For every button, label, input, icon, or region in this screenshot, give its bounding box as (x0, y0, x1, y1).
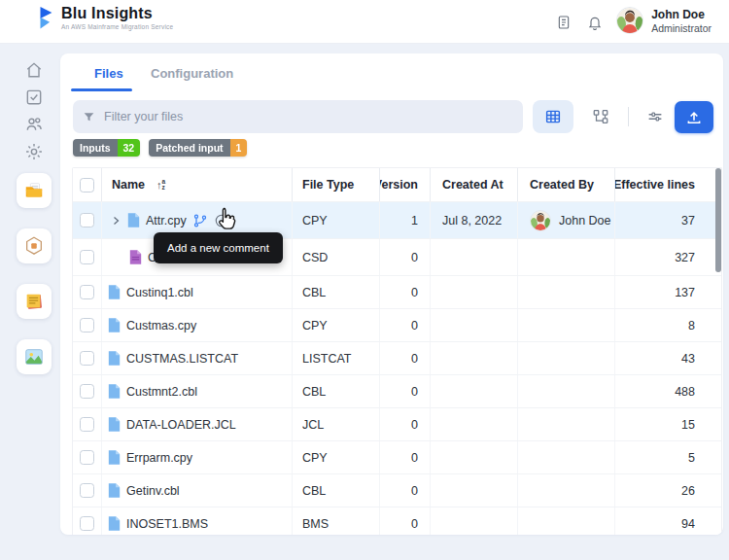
file-version: 1 (380, 202, 431, 238)
filter-files-input[interactable] (104, 110, 513, 123)
badge-patched-input[interactable]: Patched input 1 (149, 139, 247, 157)
file-version: 0 (380, 441, 431, 473)
table-row[interactable]: CUSTMAS.LISTCAT LISTCAT 0 43 (73, 342, 721, 375)
table-scrollbar-thumb[interactable] (715, 168, 721, 272)
users-icon[interactable] (24, 115, 44, 134)
file-type: JCL (293, 408, 380, 440)
row-checkbox[interactable] (80, 384, 94, 399)
files-table: Name ↑az File Type Version Created At Cr… (72, 167, 722, 535)
effective-lines: 5 (615, 441, 721, 473)
column-header-created-at[interactable]: Created At (431, 168, 518, 201)
column-header-version[interactable]: Version (380, 168, 431, 201)
table-row[interactable]: DATA-LOADER.JCL JCL 0 15 (73, 408, 721, 441)
file-version: 0 (380, 474, 431, 507)
row-checkbox[interactable] (80, 213, 94, 228)
add-comment-icon[interactable] (214, 213, 229, 228)
file-version: 0 (380, 508, 431, 535)
row-checkbox[interactable] (80, 285, 94, 299)
column-header-created-by[interactable]: Created By (518, 168, 615, 201)
hexagon-package-icon (23, 235, 45, 257)
file-icon (108, 516, 121, 531)
created-at: Jul 8, 2022 (431, 202, 518, 238)
notes-icon (23, 291, 45, 312)
file-type: CPY (293, 202, 380, 238)
row-checkbox[interactable] (80, 417, 94, 432)
effective-lines: 327 (615, 239, 721, 275)
file-type: BMS (293, 508, 380, 535)
bell-icon[interactable] (587, 15, 603, 30)
upload-icon (685, 109, 703, 126)
select-all-checkbox[interactable] (80, 178, 94, 192)
file-name: DATA-LOADER.JCL (126, 418, 236, 432)
file-name: Getinv.cbl (126, 484, 180, 498)
brand-tagline: An AWS Mainframe Migration Service (61, 23, 173, 30)
active-tab-indicator (71, 88, 132, 91)
row-checkbox[interactable] (80, 250, 94, 264)
file-icon (108, 483, 121, 498)
home-icon[interactable] (24, 60, 44, 80)
row-checkbox[interactable] (80, 516, 94, 531)
effective-lines: 137 (615, 276, 721, 308)
file-version: 0 (380, 239, 431, 275)
top-bar: Blu Insights An AWS Mainframe Migration … (0, 0, 729, 44)
file-version: 0 (380, 408, 431, 440)
row-checkbox[interactable] (80, 483, 94, 498)
sidebar (0, 44, 60, 560)
badge-inputs-count: 32 (118, 139, 141, 157)
file-icon (108, 285, 121, 299)
sort-alpha-icon[interactable]: ↑az (156, 179, 165, 192)
column-header-file-type[interactable]: File Type (293, 168, 380, 201)
row-checkbox[interactable] (80, 450, 94, 465)
file-version: 0 (380, 342, 431, 374)
effective-lines: 43 (615, 342, 721, 374)
sidebar-item-codebase[interactable] (17, 173, 52, 208)
table-row[interactable]: Custmnt2.cbl CBL 0 488 (73, 375, 721, 408)
tooltip-add-comment: Add a new comment (154, 232, 283, 263)
files-panel: Files Configuration Inputs (60, 53, 723, 535)
expand-chevron-icon[interactable] (110, 215, 122, 227)
journal-icon[interactable] (556, 15, 572, 30)
folder-icon (23, 180, 45, 201)
blu-insights-logo-icon (35, 7, 56, 30)
file-version: 0 (380, 375, 431, 407)
file-type: LISTCAT (293, 342, 380, 374)
table-row[interactable]: INOSET1.BMS BMS 0 94 (73, 508, 721, 535)
badge-patched-label: Patched input (149, 139, 229, 157)
user-menu[interactable]: John Doe Administrator (616, 7, 712, 34)
table-header-row: Name ↑az File Type Version Created At Cr… (73, 168, 721, 202)
image-icon (23, 346, 45, 368)
settings-gear-icon[interactable] (24, 142, 44, 161)
tab-files[interactable]: Files (94, 66, 123, 81)
branch-icon[interactable] (192, 213, 208, 228)
brand-name: Blu Insights (61, 5, 173, 22)
column-header-effective-lines[interactable]: Effective lines (615, 168, 721, 201)
column-settings-button[interactable] (636, 100, 675, 133)
file-name: Custinq1.cbl (126, 286, 193, 299)
sidebar-item-notes[interactable] (17, 284, 52, 319)
column-header-name[interactable]: Name ↑az (102, 168, 293, 201)
sidebar-item-packages[interactable] (17, 228, 52, 263)
effective-lines: 37 (615, 202, 721, 238)
effective-lines: 488 (615, 375, 721, 407)
table-row[interactable]: Custmas.cpy CPY 0 8 (73, 309, 721, 342)
table-row[interactable]: Custinq1.cbl CBL 0 137 (73, 276, 721, 309)
effective-lines: 8 (615, 309, 721, 341)
tasks-icon[interactable] (24, 88, 44, 107)
sliders-icon (646, 108, 664, 125)
file-name: INOSET1.BMS (126, 517, 208, 531)
row-checkbox[interactable] (80, 351, 94, 366)
table-view-button[interactable] (533, 100, 573, 133)
upload-files-button[interactable] (675, 101, 713, 133)
toolbar-divider (628, 107, 629, 126)
table-row[interactable]: Getinv.cbl CBL 0 26 (73, 474, 721, 508)
file-icon (108, 417, 121, 432)
tree-view-button[interactable] (581, 100, 620, 133)
file-name: Attr.cpy (146, 214, 187, 228)
badge-inputs[interactable]: Inputs 32 (73, 139, 140, 157)
file-icon (108, 384, 121, 399)
sidebar-item-gallery[interactable] (17, 339, 52, 374)
row-checkbox[interactable] (80, 318, 94, 332)
tab-configuration[interactable]: Configuration (151, 66, 233, 81)
table-row[interactable]: Errparm.cpy CPY 0 5 (73, 441, 721, 474)
brand-logo[interactable]: Blu Insights An AWS Mainframe Migration … (35, 5, 173, 30)
